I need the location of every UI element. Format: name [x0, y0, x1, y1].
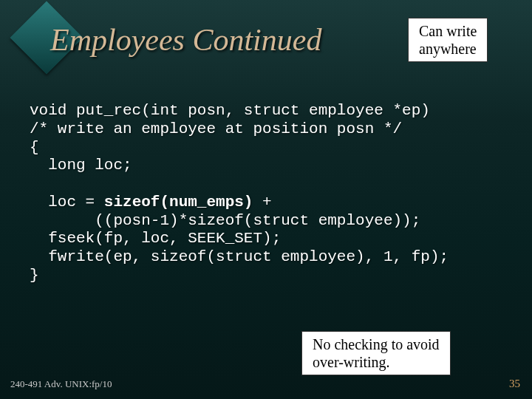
code-l5c: +	[253, 194, 271, 211]
code-l2: /* write an employee at position posn */	[30, 120, 402, 137]
footer-text: 240-491 Adv. UNIX:fp/10	[10, 378, 112, 390]
note-can-write: Can write anywhere	[408, 18, 488, 62]
code-l6: ((posn-1)*sizeof(struct employee));	[30, 212, 420, 229]
code-l8: fwrite(ep, sizeof(struct employee), 1, f…	[30, 248, 449, 265]
code-l5a: loc =	[30, 194, 104, 211]
note2-line2: over-writing.	[313, 354, 390, 370]
note1-line2: anywhere	[419, 41, 477, 57]
code-l4: long loc;	[30, 157, 132, 174]
code-l5-bold: sizeof(num_emps)	[104, 194, 253, 211]
page-number: 35	[509, 378, 520, 390]
code-l3: {	[30, 139, 39, 156]
note-no-checking: No checking to avoid over-writing.	[301, 331, 451, 375]
code-l9: }	[30, 267, 39, 284]
slide-title: Employees Continued	[50, 22, 321, 58]
code-l7: fseek(fp, loc, SEEK_SET);	[30, 230, 281, 247]
note2-line1: No checking to avoid	[313, 336, 440, 352]
note1-line1: Can write	[419, 23, 477, 39]
code-block: void put_rec(int posn, struct employee *…	[30, 102, 449, 285]
code-l1: void put_rec(int posn, struct employee *…	[30, 102, 430, 119]
